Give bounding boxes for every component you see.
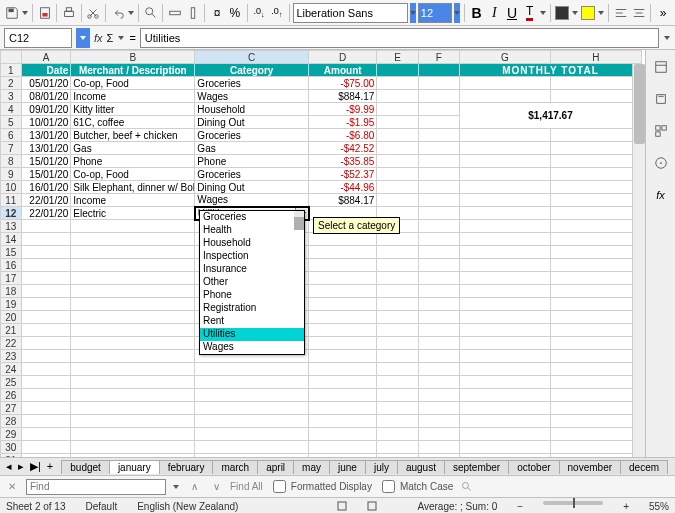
cell-C3[interactable]: Wages <box>195 90 309 103</box>
sigma-arrow[interactable] <box>117 28 125 48</box>
sheet-tab-january[interactable]: january <box>109 460 160 474</box>
cell-B25[interactable] <box>71 376 195 389</box>
font-color-arrow[interactable] <box>539 3 545 23</box>
row-header-22[interactable]: 22 <box>1 337 22 350</box>
cell-A7[interactable]: 13/01/20 <box>21 142 71 155</box>
cell-reference-input[interactable] <box>4 28 72 48</box>
cell-D6[interactable]: -$6.80 <box>309 129 377 142</box>
col-header-C[interactable]: C <box>195 51 309 64</box>
row-header-26[interactable]: 26 <box>1 389 22 402</box>
save-button[interactable] <box>4 3 20 23</box>
cell-A28[interactable] <box>21 415 71 428</box>
dropdown-option-household[interactable]: Household <box>200 237 304 250</box>
dropdown-option-phone[interactable]: Phone <box>200 289 304 302</box>
cell-D4[interactable]: -$9.99 <box>309 103 377 116</box>
cell-C26[interactable] <box>195 389 309 402</box>
export-pdf-button[interactable] <box>37 3 53 23</box>
cell-E16[interactable] <box>377 259 418 272</box>
row-header-13[interactable]: 13 <box>1 220 22 233</box>
cell-A8[interactable]: 15/01/20 <box>21 155 71 168</box>
cell-D20[interactable] <box>309 311 377 324</box>
cell-E9[interactable] <box>377 168 418 181</box>
cell-B20[interactable] <box>71 311 195 324</box>
row-header-4[interactable]: 4 <box>1 103 22 116</box>
zoom-slider[interactable] <box>543 501 603 505</box>
cell-C6[interactable]: Groceries <box>195 129 309 142</box>
cell-G16[interactable] <box>460 259 551 272</box>
cell-E21[interactable] <box>377 324 418 337</box>
cell-G15[interactable] <box>460 246 551 259</box>
cell-B12[interactable]: Electric <box>71 207 195 220</box>
highlight-color-button[interactable] <box>580 3 596 23</box>
cell-H27[interactable] <box>550 402 641 415</box>
cell-D11[interactable]: $884.17 <box>309 194 377 207</box>
cell-E20[interactable] <box>377 311 418 324</box>
cell-D10[interactable]: -$44.96 <box>309 181 377 194</box>
row-header-23[interactable]: 23 <box>1 350 22 363</box>
row-header-5[interactable]: 5 <box>1 116 22 129</box>
cell-F19[interactable] <box>418 298 459 311</box>
cell-D27[interactable] <box>309 402 377 415</box>
cell-B11[interactable]: Income <box>71 194 195 207</box>
row-header-24[interactable]: 24 <box>1 363 22 376</box>
sheet-tab-may[interactable]: may <box>293 460 330 474</box>
cell-A31[interactable] <box>21 454 71 458</box>
align-left-button[interactable] <box>613 3 629 23</box>
dropdown-option-inspection[interactable]: Inspection <box>200 250 304 263</box>
cell-C27[interactable] <box>195 402 309 415</box>
cell-H28[interactable] <box>550 415 641 428</box>
cell-F14[interactable] <box>418 233 459 246</box>
cell-B4[interactable]: Kitty litter <box>71 103 195 116</box>
cell-E1[interactable] <box>377 64 418 77</box>
cell-C28[interactable] <box>195 415 309 428</box>
cell-reference-arrow[interactable] <box>76 28 90 48</box>
dropdown-option-utilities[interactable]: Utilities <box>200 328 304 341</box>
sigma-button[interactable]: Σ <box>107 32 114 44</box>
cell-G20[interactable] <box>460 311 551 324</box>
cell-B28[interactable] <box>71 415 195 428</box>
cell-B16[interactable] <box>71 259 195 272</box>
cell-D7[interactable]: -$42.52 <box>309 142 377 155</box>
cell-B22[interactable] <box>71 337 195 350</box>
cell-D26[interactable] <box>309 389 377 402</box>
cell-C9[interactable]: Groceries <box>195 168 309 181</box>
cell-H16[interactable] <box>550 259 641 272</box>
cell-F23[interactable] <box>418 350 459 363</box>
cell-F8[interactable] <box>418 155 459 168</box>
cell-A14[interactable] <box>21 233 71 246</box>
cell-B21[interactable] <box>71 324 195 337</box>
vertical-scroll-thumb[interactable] <box>634 64 645 144</box>
cell-E30[interactable] <box>377 441 418 454</box>
cell-D30[interactable] <box>309 441 377 454</box>
dropdown-option-wages[interactable]: Wages <box>200 341 304 354</box>
cell-H24[interactable] <box>550 363 641 376</box>
cell-G22[interactable] <box>460 337 551 350</box>
cell-H15[interactable] <box>550 246 641 259</box>
cell-H29[interactable] <box>550 428 641 441</box>
cell-D3[interactable]: $884.17 <box>309 90 377 103</box>
col-header-E[interactable]: E <box>377 51 418 64</box>
cell-H22[interactable] <box>550 337 641 350</box>
cell-B9[interactable]: Co-op, Food <box>71 168 195 181</box>
decimal-add-button[interactable]: .0↓ <box>251 3 267 23</box>
cell-B3[interactable]: Income <box>71 90 195 103</box>
cell-F29[interactable] <box>418 428 459 441</box>
cell-E19[interactable] <box>377 298 418 311</box>
cell-B8[interactable]: Phone <box>71 155 195 168</box>
sheet-tab-budget[interactable]: budget <box>61 460 110 474</box>
cell-D5[interactable]: -$1.95 <box>309 116 377 129</box>
cell-A27[interactable] <box>21 402 71 415</box>
row-header-16[interactable]: 16 <box>1 259 22 272</box>
cell-F22[interactable] <box>418 337 459 350</box>
cell-A1[interactable]: Date <box>21 64 71 77</box>
cell-D16[interactable] <box>309 259 377 272</box>
font-name-select[interactable] <box>293 3 407 23</box>
cell-F17[interactable] <box>418 272 459 285</box>
cell-E26[interactable] <box>377 389 418 402</box>
cell-B13[interactable] <box>71 220 195 233</box>
cell-E24[interactable] <box>377 363 418 376</box>
row-header-12[interactable]: 12 <box>1 207 22 220</box>
cell-E10[interactable] <box>377 181 418 194</box>
cell-B1[interactable]: Merchant / Description <box>71 64 195 77</box>
cell-C7[interactable]: Gas <box>195 142 309 155</box>
